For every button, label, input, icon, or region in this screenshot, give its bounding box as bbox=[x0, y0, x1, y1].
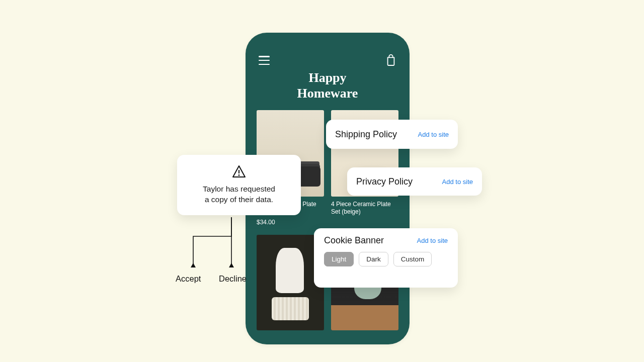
decline-choice[interactable]: Decline bbox=[219, 274, 247, 284]
product-title: 4 Piece Ceramic Plate Set (beige) bbox=[331, 201, 398, 216]
cookie-theme-options: Light Dark Custom bbox=[324, 252, 448, 266]
add-to-site-link[interactable]: Add to site bbox=[442, 178, 473, 186]
cookie-banner-card: Cookie Banner Add to site Light Dark Cus… bbox=[314, 228, 458, 288]
accept-choice[interactable]: Accept bbox=[176, 274, 201, 284]
data-request-line-1: Taylor has requested bbox=[203, 184, 275, 195]
warning-icon bbox=[232, 165, 246, 180]
cookie-option-custom[interactable]: Custom bbox=[393, 252, 432, 266]
data-request-card: Taylor has requested a copy of their dat… bbox=[177, 155, 301, 215]
data-request-line-2: a copy of their data. bbox=[203, 195, 275, 205]
cookie-option-light[interactable]: Light bbox=[324, 252, 354, 266]
hamburger-menu-icon[interactable] bbox=[259, 56, 270, 65]
shopping-bag-icon[interactable] bbox=[385, 54, 396, 66]
phone-header bbox=[246, 33, 410, 67]
brand-line-2: Homeware bbox=[246, 85, 410, 101]
add-to-site-link[interactable]: Add to site bbox=[417, 237, 448, 244]
cookie-option-dark[interactable]: Dark bbox=[359, 252, 388, 266]
card-title: Cookie Banner bbox=[324, 235, 384, 246]
privacy-policy-card: Privacy Policy Add to site bbox=[347, 167, 482, 196]
add-to-site-link[interactable]: Add to site bbox=[418, 131, 449, 138]
card-title: Privacy Policy bbox=[356, 176, 413, 187]
brand-line-1: Happy bbox=[246, 70, 410, 85]
decision-arrows bbox=[190, 215, 277, 280]
card-title: Shipping Policy bbox=[335, 129, 397, 140]
shipping-policy-card: Shipping Policy Add to site bbox=[326, 120, 458, 149]
data-request-text: Taylor has requested a copy of their dat… bbox=[203, 184, 275, 205]
store-brand: Happy Homeware bbox=[246, 70, 410, 101]
svg-point-1 bbox=[238, 174, 240, 176]
